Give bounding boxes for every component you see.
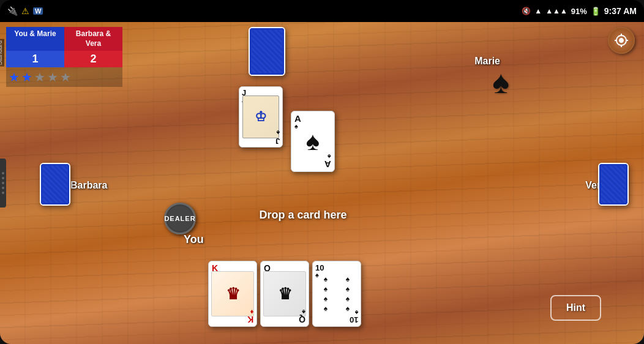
side-grip	[0, 159, 6, 208]
word-icon: W	[33, 7, 43, 15]
barbara-facedown-card	[40, 163, 70, 206]
device-frame: 🔌 ⚠ W 🔇 ▲ ▲▲▲ 91% 🔋 9:37 AM Standard You…	[0, 0, 644, 344]
status-bar: 🔌 ⚠ W 🔇 ▲ ▲▲▲ 91% 🔋 9:37 AM	[0, 0, 644, 22]
team2-score: 2	[64, 51, 122, 67]
ace-suit-center: ♠	[306, 127, 320, 156]
jack-figure-area: ♔	[242, 95, 279, 138]
dealer-chip-text: DEALER	[164, 215, 195, 222]
battery-icon: 🔋	[591, 7, 601, 16]
score-headers: You & Marie Barbara & Vera	[6, 27, 122, 51]
jack-of-spades-card[interactable]: J♠ ♔ J♠	[239, 86, 283, 148]
score-values: 1 2	[6, 51, 122, 67]
settings-button[interactable]	[608, 27, 635, 54]
top-facedown-card	[249, 27, 285, 76]
wifi-icon: ▲	[534, 7, 542, 15]
queen-figure: ♛	[278, 285, 292, 304]
star-4: ★	[47, 70, 58, 84]
clock: 9:37 AM	[604, 6, 637, 16]
jack-face: J♠ ♔ J♠	[239, 87, 282, 147]
ace-rank-bottom: A♠	[324, 153, 331, 169]
ten-of-spades-card[interactable]: 10♠ ♠ ♠ ♠ ♠ ♠ ♠ ♠ ♠ 10♠	[312, 261, 361, 327]
drop-zone-text: Drop a card here	[259, 209, 346, 222]
card-back-pattern-left	[41, 164, 69, 204]
stars-row: ★ ★ ★ ★ ★	[6, 67, 122, 87]
status-right-icons: 🔇 ▲ ▲▲▲ 91% 🔋 9:37 AM	[522, 6, 637, 16]
card-back-pattern-right	[599, 164, 627, 204]
game-area: Standard You & Marie Barbara & Vera 1 2 …	[0, 22, 644, 344]
battery-percent: 91%	[571, 7, 587, 16]
marie-spade-icon: ♠	[492, 64, 509, 100]
usb-icon: 🔌	[7, 6, 18, 16]
star-1: ★	[9, 70, 20, 84]
you-label: You	[184, 233, 204, 246]
king-figure: ♛	[226, 285, 240, 304]
queen-rank-bottom: Q♠	[299, 308, 305, 324]
vera-facedown-card	[598, 163, 629, 206]
jack-rank-bottom: J♠	[275, 129, 280, 145]
ace-of-spades-card[interactable]: A♠ ♠ A♠	[291, 111, 335, 172]
jack-figure: ♔	[255, 109, 267, 125]
score-panel: Standard You & Marie Barbara & Vera 1 2 …	[6, 27, 122, 87]
drop-zone[interactable]: Drop a card here	[233, 200, 373, 230]
team1-score: 1	[6, 51, 64, 67]
gear-icon	[614, 33, 629, 48]
warning-icon: ⚠	[21, 6, 29, 16]
standard-label: Standard	[0, 39, 4, 67]
king-of-diamonds-card[interactable]: K♦ ♛ K♦	[208, 261, 257, 327]
star-5: ★	[60, 70, 71, 84]
barbara-label: Barbara	[70, 180, 107, 191]
dealer-chip: DEALER	[164, 203, 196, 234]
status-left-icons: 🔌 ⚠ W	[7, 6, 43, 16]
ace-rank-top: A♠	[294, 114, 301, 130]
team2-header: Barbara & Vera	[64, 27, 122, 51]
ten-pips-area: ♠ ♠ ♠ ♠ ♠ ♠ ♠ ♠	[315, 275, 358, 313]
star-2: ★	[21, 70, 32, 84]
hint-button[interactable]: Hint	[550, 295, 601, 321]
card-back-pattern	[250, 28, 284, 75]
team1-header: You & Marie	[6, 27, 64, 51]
signal-icon: ▲▲▲	[545, 7, 567, 15]
star-3: ★	[34, 70, 45, 84]
king-rank-bottom: K♦	[247, 308, 253, 324]
queen-of-spades-card[interactable]: Q♠ ♛ Q♠	[260, 261, 309, 327]
mute-icon: 🔇	[522, 7, 531, 15]
ten-rank-bottom: 10♠	[350, 309, 358, 324]
